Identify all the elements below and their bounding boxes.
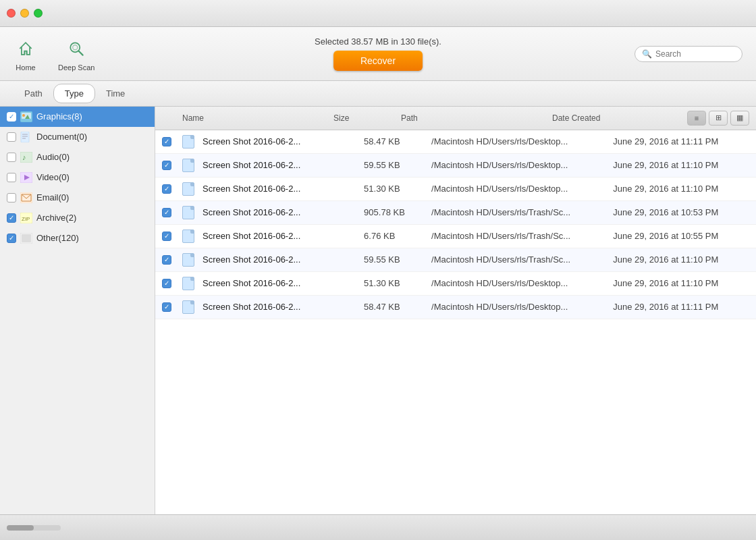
row-check-2[interactable] xyxy=(162,184,182,194)
row-check-4[interactable] xyxy=(162,232,182,241)
view-toggles: ≡ ⊞ ▦ xyxy=(687,111,749,126)
sidebar-checkbox-audio[interactable] xyxy=(7,153,16,162)
tab-type[interactable]: Type xyxy=(53,84,95,103)
deepscan-button[interactable]: Deep Scan xyxy=(58,36,94,72)
row-check-3[interactable] xyxy=(162,208,182,217)
sidebar-item-graphics[interactable]: Graphics(8) xyxy=(0,107,155,127)
sidebar-icon-video xyxy=(20,172,32,183)
svg-rect-20 xyxy=(22,234,31,242)
sidebar-checkbox-graphics[interactable] xyxy=(7,112,16,122)
header-date: Date Created xyxy=(552,113,687,123)
deepscan-label: Deep Scan xyxy=(58,63,94,72)
search-input[interactable] xyxy=(655,49,735,59)
toolbar-center: Selected 38.57 MB in 130 file(s). Recove… xyxy=(315,36,441,71)
search-box: 🔍 xyxy=(634,46,742,62)
row-check-7[interactable] xyxy=(162,302,182,312)
file-type-icon-3 xyxy=(182,206,197,219)
sidebar-checkbox-video[interactable] xyxy=(7,173,16,182)
table-row[interactable]: Screen Shot 2016-06-2... 58.47 KB /Macin… xyxy=(155,296,756,319)
file-checkbox-7[interactable] xyxy=(162,302,171,312)
traffic-lights xyxy=(7,9,43,18)
file-date-2: June 29, 2016 at 11:10 PM xyxy=(613,184,749,194)
file-name-6: Screen Shot 2016-06-2... xyxy=(182,277,364,290)
table-row[interactable]: Screen Shot 2016-06-2... 6.76 KB /Macint… xyxy=(155,225,756,248)
sidebar-item-audio[interactable]: ♪Audio(0) xyxy=(0,147,155,167)
tab-time[interactable]: Time xyxy=(95,84,136,103)
row-check-6[interactable] xyxy=(162,279,182,288)
sidebar-label-video: Video(0) xyxy=(36,172,70,182)
sidebar-label-email: Email(0) xyxy=(36,192,69,202)
table-row[interactable]: Screen Shot 2016-06-2... 59.55 KB /Macin… xyxy=(155,248,756,272)
sidebar-checkbox-other[interactable] xyxy=(7,234,16,243)
table-row[interactable]: Screen Shot 2016-06-2... 51.30 KB /Macin… xyxy=(155,178,756,201)
sidebar-icon-audio: ♪ xyxy=(20,152,32,163)
sidebar-icon-other xyxy=(20,233,32,244)
file-icon-2 xyxy=(182,182,194,196)
file-checkbox-6[interactable] xyxy=(162,279,171,288)
file-type-icon-6 xyxy=(182,277,197,290)
home-button[interactable]: Home xyxy=(14,36,38,72)
list-view-toggle[interactable]: ≡ xyxy=(687,111,706,126)
sidebar-checkbox-archive[interactable] xyxy=(7,213,16,223)
file-name-2: Screen Shot 2016-06-2... xyxy=(182,182,364,196)
sidebar-label-other: Other(120) xyxy=(36,233,79,243)
row-check-5[interactable] xyxy=(162,255,182,265)
file-path-0: /Macintosh HD/Users/rls/Desktop... xyxy=(431,136,613,146)
file-icon-6 xyxy=(182,277,194,290)
sidebar-item-archive[interactable]: ZIPArchive(2) xyxy=(0,208,155,228)
file-path-1: /Macintosh HD/Users/rls/Desktop... xyxy=(431,160,613,170)
table-row[interactable]: Screen Shot 2016-06-2... 51.30 KB /Macin… xyxy=(155,272,756,296)
sidebar-item-email[interactable]: Email(0) xyxy=(0,188,155,208)
file-name-3: Screen Shot 2016-06-2... xyxy=(182,206,364,219)
sidebar-item-other[interactable]: Other(120) xyxy=(0,228,155,248)
file-icon-0 xyxy=(182,135,194,148)
tab-path[interactable]: Path xyxy=(14,84,53,103)
sidebar-item-video[interactable]: Video(0) xyxy=(0,167,155,188)
file-checkbox-2[interactable] xyxy=(162,184,171,194)
scrollbar-thumb[interactable] xyxy=(7,525,34,531)
grid-view-toggle[interactable]: ⊞ xyxy=(709,111,728,126)
sidebar-checkbox-document[interactable] xyxy=(7,132,16,142)
file-date-3: June 29, 2016 at 10:53 PM xyxy=(613,207,749,217)
table-row[interactable]: Screen Shot 2016-06-2... 58.47 KB /Macin… xyxy=(155,130,756,154)
column-view-toggle[interactable]: ▦ xyxy=(730,111,749,126)
header-name: Name xyxy=(182,113,333,123)
table-row[interactable]: Screen Shot 2016-06-2... 59.55 KB /Macin… xyxy=(155,154,756,178)
sidebar-icon-document xyxy=(20,132,32,142)
svg-line-2 xyxy=(79,51,83,55)
row-check-0[interactable] xyxy=(162,137,182,146)
sidebar-item-document[interactable]: Document(0) xyxy=(0,127,155,147)
file-name-7: Screen Shot 2016-06-2... xyxy=(182,300,364,314)
maximize-button[interactable] xyxy=(34,9,43,18)
selected-info: Selected 38.57 MB in 130 file(s). xyxy=(315,36,441,47)
row-check-1[interactable] xyxy=(162,161,182,170)
table-row[interactable]: Screen Shot 2016-06-2... 905.78 KB /Maci… xyxy=(155,201,756,225)
file-checkbox-4[interactable] xyxy=(162,232,171,241)
file-checkbox-1[interactable] xyxy=(162,161,171,170)
file-date-4: June 29, 2016 at 10:55 PM xyxy=(613,231,749,241)
file-date-1: June 29, 2016 at 11:10 PM xyxy=(613,160,749,170)
file-path-3: /Macintosh HD/Users/rls/Trash/Sc... xyxy=(431,207,613,217)
sidebar-checkbox-email[interactable] xyxy=(7,193,16,202)
file-icon-3 xyxy=(182,206,194,219)
toolbar: Home Deep Scan Selected 38.57 MB in 130 … xyxy=(0,27,756,81)
file-table: Screen Shot 2016-06-2... 58.47 KB /Macin… xyxy=(155,130,756,514)
home-icon xyxy=(14,36,38,61)
close-button[interactable] xyxy=(7,9,16,18)
main-content: Graphics(8)Document(0)♪Audio(0)Video(0)E… xyxy=(0,107,756,514)
toolbar-left: Home Deep Scan xyxy=(14,36,94,72)
recover-button[interactable]: Recover xyxy=(333,51,423,71)
titlebar xyxy=(0,0,756,27)
file-checkbox-3[interactable] xyxy=(162,208,171,217)
file-date-0: June 29, 2016 at 11:11 PM xyxy=(613,136,749,146)
minimize-button[interactable] xyxy=(20,9,29,18)
sidebar-label-graphics: Graphics(8) xyxy=(36,111,82,122)
file-checkbox-5[interactable] xyxy=(162,255,171,265)
file-type-icon-5 xyxy=(182,253,197,267)
file-path-2: /Macintosh HD/Users/rls/Desktop... xyxy=(431,184,613,194)
file-checkbox-0[interactable] xyxy=(162,137,171,146)
deepscan-icon xyxy=(64,36,88,61)
tab-bar: Path Type Time xyxy=(0,81,756,107)
file-size-3: 905.78 KB xyxy=(364,207,431,217)
scrollbar-track[interactable] xyxy=(7,525,61,531)
